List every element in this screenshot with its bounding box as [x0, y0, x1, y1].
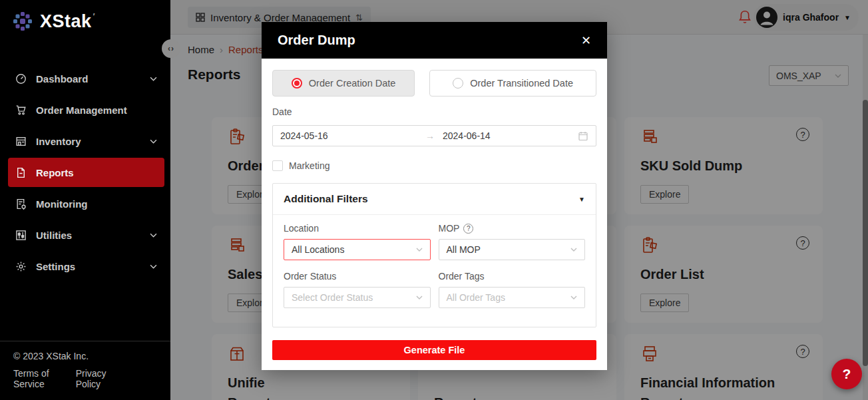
additional-filters-content: Location All Locations MOP ? All MOP: [273, 215, 596, 327]
mop-help-icon[interactable]: ?: [463, 224, 473, 234]
marketing-checkbox-row[interactable]: Marketing: [272, 160, 596, 171]
inventory-shelf-icon: [15, 135, 27, 147]
order-tags-select[interactable]: All Order Tags: [439, 287, 586, 308]
order-status-placeholder: Select Order Status: [292, 292, 373, 303]
location-field: Location All Locations: [284, 223, 431, 260]
date-field-label: Date: [272, 106, 596, 117]
additional-filters-title: Additional Filters: [284, 193, 368, 205]
order-status-select[interactable]: Select Order Status: [284, 287, 431, 308]
date-range-picker[interactable]: 2024-05-16 → 2024-06-14: [272, 125, 596, 146]
mop-select-value: All MOP: [447, 244, 481, 255]
range-arrow-icon: →: [425, 130, 443, 141]
chevron-down-icon: [570, 247, 577, 252]
chevron-down-icon: [150, 139, 158, 144]
radio-selected-icon: [292, 78, 302, 89]
date-range-start[interactable]: 2024-05-16: [280, 130, 425, 141]
sidebar-collapse-toggle[interactable]: ‹›: [162, 39, 180, 58]
sidebar-nav: Dashboard Order Management Inventory Rep…: [0, 64, 170, 283]
terms-of-service-link[interactable]: Terms of Service: [13, 368, 76, 389]
chevron-down-icon: [150, 77, 158, 81]
chevron-down-icon: [150, 264, 158, 269]
checkbox-unchecked-icon[interactable]: [272, 160, 283, 171]
sidebar-item-inventory[interactable]: Inventory: [8, 126, 164, 156]
brand-name: XStak: [40, 11, 95, 32]
sidebar-item-label: Monitoring: [36, 198, 158, 210]
generate-file-button[interactable]: Generate File: [272, 340, 596, 360]
sidebar-item-monitoring[interactable]: Monitoring: [8, 189, 164, 218]
date-range-end[interactable]: 2024-06-14: [443, 130, 578, 141]
calendar-icon: [578, 130, 588, 141]
close-icon[interactable]: ✕: [581, 35, 591, 47]
chevron-down-icon: [416, 247, 423, 252]
order-status-label: Order Status: [284, 271, 336, 282]
xstak-logo-icon: [12, 11, 33, 32]
sidebar-item-label: Inventory: [36, 136, 150, 147]
sidebar-item-settings[interactable]: Settings: [8, 252, 164, 281]
radio-label: Order Creation Date: [309, 78, 396, 89]
sidebar-item-reports[interactable]: Reports: [8, 158, 164, 187]
radio-order-creation-date[interactable]: Order Creation Date: [272, 70, 415, 97]
order-tags-label: Order Tags: [439, 271, 485, 282]
dashboard-icon: [15, 73, 27, 85]
location-select-value: All Locations: [292, 244, 344, 255]
additional-filters-panel: Additional Filters ▼ Location All Locati…: [272, 183, 596, 327]
order-tags-placeholder: All Order Tags: [447, 292, 505, 303]
additional-filters-header[interactable]: Additional Filters ▼: [273, 184, 596, 215]
app-root: Inventory & Order Management ⇅ iqra Ghaf…: [0, 0, 868, 400]
marketing-checkbox-label: Marketing: [289, 160, 329, 171]
chevron-down-icon: [570, 295, 577, 300]
sidebar-item-label: Utilities: [36, 230, 150, 241]
cart-icon: [15, 104, 27, 116]
order-status-field: Order Status Select Order Status: [284, 271, 431, 308]
brand-logo: XStak: [12, 11, 95, 32]
modal-header: Order Dump ✕: [262, 22, 607, 59]
radio-order-transitioned-date[interactable]: Order Transitioned Date: [429, 70, 596, 97]
sidebar-item-utilities[interactable]: Utilities: [8, 220, 164, 250]
monitoring-icon: [15, 198, 27, 210]
collapse-caret-icon: ▼: [578, 196, 585, 203]
modal-title: Order Dump: [278, 33, 355, 48]
modal-body: Order Creation Date Order Transitioned D…: [262, 59, 607, 370]
radio-unselected-icon: [453, 78, 463, 89]
sidebar-item-label: Settings: [36, 261, 150, 272]
sidebar-item-label: Order Management: [36, 104, 158, 116]
report-file-icon: [15, 166, 27, 178]
chevron-down-icon: [150, 233, 158, 238]
copyright-text: © 2023 XStak Inc.: [13, 351, 157, 361]
help-fab[interactable]: ?: [831, 359, 862, 389]
privacy-policy-link[interactable]: Privacy Policy: [76, 368, 128, 389]
order-tags-field: Order Tags All Order Tags: [439, 271, 586, 308]
mop-label: MOP: [439, 223, 460, 234]
mop-select[interactable]: All MOP: [439, 239, 586, 260]
location-label: Location: [284, 223, 319, 234]
gear-icon: [15, 260, 27, 272]
mop-field: MOP ? All MOP: [439, 223, 586, 260]
sidebar-item-label: Reports: [36, 167, 158, 178]
date-mode-radio-group: Order Creation Date Order Transitioned D…: [272, 70, 596, 97]
sidebar-item-label: Dashboard: [36, 73, 150, 85]
utilities-sliders-icon: [15, 229, 27, 241]
sidebar-item-order-management[interactable]: Order Management: [8, 95, 164, 124]
location-select[interactable]: All Locations: [284, 239, 431, 260]
sidebar-item-dashboard[interactable]: Dashboard: [8, 64, 164, 93]
chevron-down-icon: [416, 295, 423, 300]
order-dump-modal: Order Dump ✕ Order Creation Date Order T…: [262, 22, 607, 370]
radio-label: Order Transitioned Date: [470, 78, 573, 89]
sidebar: XStak Dashboard Order Management Invento…: [0, 0, 170, 400]
sidebar-footer: © 2023 XStak Inc. Terms of Service Priva…: [0, 341, 170, 400]
